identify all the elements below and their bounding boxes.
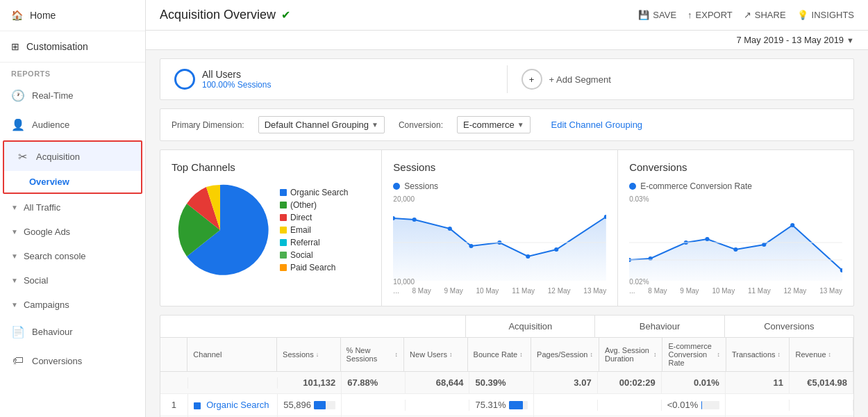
- overview-label: Overview: [29, 177, 69, 187]
- top-channels-title: Top Channels: [172, 161, 370, 173]
- col-pct-new[interactable]: % New Sessions ↕: [341, 338, 405, 371]
- sidebar-home[interactable]: 🏠 Home: [0, 0, 145, 31]
- conversions-line-svg: [629, 204, 842, 281]
- col-sessions[interactable]: Sessions ↓: [277, 338, 341, 371]
- svg-point-5: [526, 254, 531, 259]
- primary-dimension-label: Primary Dimension:: [172, 120, 244, 130]
- conversion-value: E-commerce: [463, 120, 515, 130]
- legend-email: Email: [280, 225, 348, 235]
- svg-point-12: [706, 237, 710, 241]
- ecomm-1-bar: <0.01%: [667, 400, 719, 410]
- bounce-1-bg: [509, 401, 528, 409]
- col-new-users[interactable]: New Users ↕: [404, 338, 468, 371]
- bounce-sort-icon: ↕: [519, 351, 523, 358]
- audience-icon: 👤: [11, 117, 25, 131]
- sessions-sort-icon: ↓: [316, 351, 319, 358]
- col-avg-label: Avg. Session Duration: [605, 346, 651, 363]
- sessions-1-value: 55,896: [283, 400, 311, 410]
- col-pages-label: Pages/Session: [537, 350, 587, 359]
- customisation-label: Customisation: [26, 41, 88, 52]
- edit-channel-grouping-link[interactable]: Edit Channel Grouping: [551, 120, 643, 130]
- sidebar-item-behaviour[interactable]: 📄 Behaviour: [0, 317, 145, 346]
- sidebar-item-audience[interactable]: 👤 Audience: [0, 110, 145, 139]
- verified-icon: ✔: [281, 8, 290, 22]
- bounce-1-fill: [509, 401, 523, 409]
- total-channel-label: [188, 377, 278, 389]
- conversions-dot-icon: [629, 183, 636, 190]
- total-revenue: €5,014.98: [790, 372, 853, 393]
- segment-sub: 100.00% Sessions: [202, 80, 271, 90]
- col-bounce[interactable]: Bounce Rate ↕: [468, 338, 532, 371]
- col-pages[interactable]: Pages/Session ↕: [531, 338, 599, 371]
- insights-label: INSIGHTS: [812, 10, 854, 20]
- col-revenue[interactable]: Revenue ↕: [790, 338, 853, 371]
- col-bounce-label: Bounce Rate: [474, 350, 518, 359]
- sidebar-section-campaigns[interactable]: ▼ Campaigns: [0, 293, 145, 317]
- top-channels-panel: Top Channels: [160, 150, 382, 306]
- add-segment[interactable]: + + Add Segment: [508, 59, 854, 99]
- share-button[interactable]: ↗ SHARE: [744, 10, 786, 20]
- alltraffic-label: All Traffic: [24, 202, 60, 213]
- reports-label: REPORTS: [0, 63, 145, 81]
- sidebar-section-googleads[interactable]: ▼ Google Ads: [0, 220, 145, 244]
- conversions-title: Conversions: [629, 161, 842, 173]
- total-bounce-value: 50.39%: [475, 377, 506, 388]
- caret-campaigns: ▼: [11, 301, 18, 309]
- pct-sort-icon: ↕: [395, 351, 399, 358]
- caret-searchconsole: ▼: [11, 252, 18, 260]
- col-channel[interactable]: Channel: [187, 338, 277, 371]
- insights-icon: 💡: [797, 10, 808, 20]
- sidebar-item-realtime[interactable]: 🕐 Real-Time: [0, 81, 145, 110]
- sessions-y-max: 20,000: [393, 195, 606, 203]
- sidebar-customisation[interactable]: ⊞ Customisation: [0, 31, 145, 63]
- sessions-line-svg: [393, 204, 606, 281]
- sidebar-section-alltraffic[interactable]: ▼ All Traffic: [0, 195, 145, 220]
- svg-point-6: [555, 247, 559, 252]
- col-ecomm[interactable]: E-commerce Conversion Rate ↕: [662, 338, 726, 371]
- sidebar-item-acquisition[interactable]: ✂ Acquisition: [4, 142, 141, 171]
- sidebar-section-searchconsole[interactable]: ▼ Search console: [0, 244, 145, 268]
- svg-point-1: [412, 218, 417, 222]
- caret-social: ▼: [11, 277, 18, 284]
- total-bounce: 50.39%: [469, 372, 533, 393]
- group-behaviour: Behaviour: [595, 316, 724, 337]
- total-pct-value: 67.88%: [347, 377, 378, 388]
- save-button[interactable]: 💾 SAVE: [638, 10, 676, 20]
- sidebar: 🏠 Home ⊞ Customisation REPORTS 🕐 Real-Ti…: [0, 0, 146, 417]
- col-ecomm-label: E-commerce Conversion Rate: [668, 342, 715, 367]
- page-title-container: Acquisition Overview ✔: [160, 8, 290, 22]
- segment-name: All Users: [202, 69, 271, 80]
- share-label: SHARE: [755, 10, 786, 20]
- save-icon: 💾: [638, 10, 649, 20]
- segments-bar: All Users 100.00% Sessions + + Add Segme…: [160, 58, 854, 100]
- add-segment-label: + Add Segment: [549, 74, 611, 85]
- conversions-icon: 🏷: [11, 354, 25, 368]
- all-users-segment[interactable]: All Users 100.00% Sessions: [160, 59, 507, 99]
- conv-x-labels: ... 8 May 9 May 10 May 11 May 12 May 13 …: [629, 287, 842, 295]
- home-label: Home: [30, 10, 56, 21]
- date-range-text: 7 May 2019 - 13 May 2019: [736, 35, 844, 45]
- pct-1: [342, 400, 406, 411]
- export-button[interactable]: ↑ EXPORT: [687, 10, 733, 20]
- legend-other: (Other): [280, 200, 348, 210]
- col-transactions[interactable]: Transactions ↕: [726, 338, 790, 371]
- sidebar-item-conversions[interactable]: 🏷 Conversions: [0, 346, 145, 375]
- page-title: Acquisition Overview: [160, 8, 276, 22]
- sessions-title: Sessions: [393, 161, 606, 173]
- data-table: Acquisition Behaviour Conversions Channe…: [160, 315, 854, 417]
- date-range-bar[interactable]: 7 May 2019 - 13 May 2019 ▼: [146, 31, 868, 50]
- realtime-label: Real-Time: [32, 90, 73, 101]
- channel-1-link[interactable]: Organic Search: [206, 400, 269, 410]
- main-content: Acquisition Overview ✔ 💾 SAVE ↑ EXPORT ↗…: [146, 0, 868, 417]
- bounce-1: 75.31%: [469, 394, 533, 416]
- primary-dimension-select[interactable]: Default Channel Grouping ▼: [258, 116, 385, 133]
- col-avg-duration[interactable]: Avg. Session Duration ↕: [599, 338, 663, 371]
- insights-button[interactable]: 💡 INSIGHTS: [797, 10, 854, 20]
- acquisition-icon: ✂: [15, 149, 29, 163]
- add-segment-circle: +: [521, 69, 542, 90]
- sidebar-section-social[interactable]: ▼ Social: [0, 268, 145, 293]
- conversion-select[interactable]: E-commerce ▼: [457, 116, 531, 133]
- sessions-1: 55,896: [278, 394, 342, 416]
- sidebar-sub-overview[interactable]: Overview: [4, 171, 141, 193]
- total-pages: 3.07: [534, 372, 598, 393]
